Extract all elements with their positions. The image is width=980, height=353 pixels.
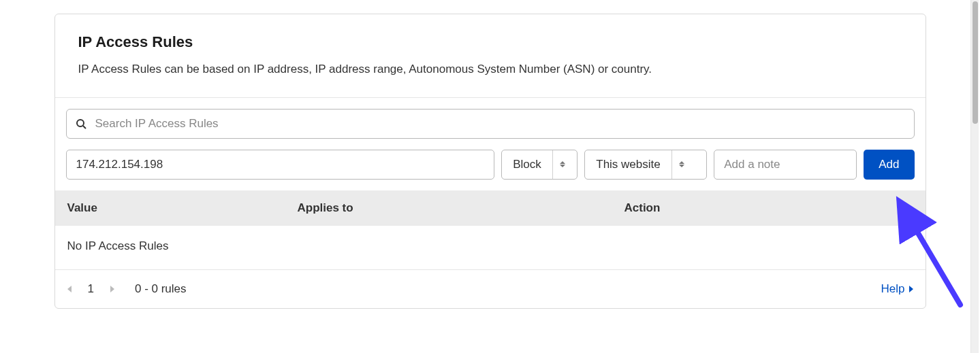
column-header-applies-to: Applies to	[298, 201, 625, 215]
help-label: Help	[881, 282, 905, 296]
action-select-label[interactable]: Block	[502, 150, 552, 179]
pager-prev-icon[interactable]	[67, 286, 72, 292]
note-input[interactable]	[714, 150, 857, 180]
ip-access-rules-card: IP Access Rules IP Access Rules can be b…	[54, 14, 926, 309]
chevron-right-icon	[909, 286, 913, 292]
card-body: Block This website Add V	[55, 98, 926, 308]
pager-current-page: 1	[88, 282, 94, 296]
add-button[interactable]: Add	[864, 150, 914, 180]
column-header-action: Action	[625, 201, 915, 215]
pager: 1 0 - 0 rules	[67, 282, 187, 296]
scope-select[interactable]: This website	[584, 150, 707, 180]
sort-caret-icon[interactable]	[552, 150, 573, 179]
action-select[interactable]: Block	[501, 150, 578, 180]
card-header: IP Access Rules IP Access Rules can be b…	[55, 14, 926, 98]
pager-range-text: 0 - 0 rules	[135, 282, 187, 296]
section-title: IP Access Rules	[78, 33, 902, 51]
empty-state-text: No IP Access Rules	[55, 226, 926, 270]
ip-value-input[interactable]	[66, 150, 495, 180]
search-icon	[76, 118, 86, 129]
svg-point-0	[77, 120, 84, 127]
table-header: Value Applies to Action	[55, 190, 926, 226]
search-input[interactable]	[66, 109, 915, 139]
sort-caret-icon[interactable]	[671, 150, 692, 179]
pager-nav: 1	[67, 282, 114, 296]
table-footer: 1 0 - 0 rules Help	[66, 270, 915, 308]
search-wrap	[66, 109, 915, 139]
help-link[interactable]: Help	[881, 282, 913, 296]
section-description: IP Access Rules can be based on IP addre…	[78, 61, 902, 78]
add-rule-row: Block This website Add	[66, 150, 915, 180]
pager-next-icon[interactable]	[110, 286, 114, 292]
column-header-value: Value	[66, 201, 298, 215]
scrollbar-thumb[interactable]	[973, 1, 978, 124]
scrollbar-track[interactable]	[970, 0, 979, 322]
svg-line-1	[83, 126, 86, 129]
scope-select-label[interactable]: This website	[585, 150, 671, 179]
